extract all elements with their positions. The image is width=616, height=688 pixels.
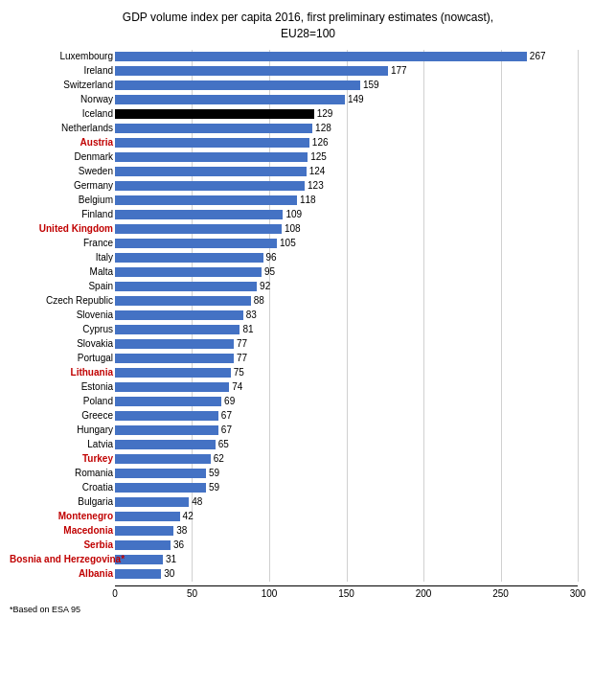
x-tick-label: 0 xyxy=(112,588,118,599)
bar-rect xyxy=(115,296,251,306)
bar-rect xyxy=(115,210,283,219)
bar-value: 77 xyxy=(237,353,247,363)
x-tick-label: 200 xyxy=(416,588,432,599)
bar-value: 38 xyxy=(176,525,187,536)
bar-label: Bosnia and Herzegovina* xyxy=(10,554,113,564)
bar-value: 267 xyxy=(530,51,546,61)
bar-value: 96 xyxy=(266,252,277,263)
bar-value: 62 xyxy=(214,453,224,464)
x-tick-label: 100 xyxy=(262,588,278,599)
bar-label: Slovakia xyxy=(10,338,113,349)
bar-value: 128 xyxy=(315,123,331,133)
bar-rect xyxy=(115,483,206,493)
bar-rect xyxy=(115,80,360,90)
bar-label: Hungary xyxy=(10,424,113,435)
table-row: Hungary67 xyxy=(115,424,578,437)
table-row: Norway149 xyxy=(115,93,578,106)
bar-rect xyxy=(115,109,314,119)
table-row: Slovakia77 xyxy=(115,337,578,351)
bar-value: 75 xyxy=(234,367,244,378)
bar-label: Turkey xyxy=(10,453,113,464)
bar-rect xyxy=(115,339,234,349)
bar-label: Serbia xyxy=(10,539,113,550)
bar-label: Poland xyxy=(10,396,113,406)
bar-value: 118 xyxy=(300,195,316,205)
footnote: *Based on ESA 95 xyxy=(10,605,606,614)
table-row: Spain92 xyxy=(115,280,578,293)
table-row: Luxembourg267 xyxy=(115,50,578,63)
bar-label: Estonia xyxy=(10,381,113,392)
bar-rect xyxy=(115,224,282,234)
bar-rect xyxy=(115,138,309,148)
table-row: Portugal77 xyxy=(115,352,578,365)
bar-label: Albania xyxy=(10,568,113,579)
table-row: Iceland129 xyxy=(115,107,578,121)
bar-label: Slovenia xyxy=(10,310,113,320)
bar-rect xyxy=(115,425,218,435)
bar-value: 65 xyxy=(218,439,229,449)
bar-value: 129 xyxy=(317,108,333,119)
bar-rect xyxy=(115,454,211,464)
bar-rect xyxy=(115,325,240,334)
bar-rect xyxy=(115,411,218,421)
table-row: Denmark125 xyxy=(115,150,578,164)
table-row: Poland69 xyxy=(115,395,578,408)
table-row: Cyprus81 xyxy=(115,323,578,336)
table-row: Latvia65 xyxy=(115,438,578,451)
bar-value: 92 xyxy=(260,281,270,291)
bar-value: 124 xyxy=(309,166,326,176)
bar-rect xyxy=(115,512,180,521)
bar-value: 123 xyxy=(308,180,324,191)
bar-label: Cyprus xyxy=(10,324,113,334)
bar-rect xyxy=(115,181,305,191)
bar-label: Germany xyxy=(10,180,113,191)
bar-value: 59 xyxy=(209,482,219,493)
bar-label: Denmark xyxy=(10,151,113,162)
bar-rect xyxy=(115,397,221,406)
table-row: Italy96 xyxy=(115,251,578,264)
bar-label: Spain xyxy=(10,281,113,291)
table-row: Czech Republic88 xyxy=(115,294,578,308)
bar-label: France xyxy=(10,238,113,248)
bar-value: 81 xyxy=(242,324,253,334)
title-line2: EU28=100 xyxy=(281,27,335,40)
bar-label: Ireland xyxy=(10,65,113,76)
bar-label: Czech Republic xyxy=(10,295,113,306)
bar-label: Luxembourg xyxy=(10,51,113,61)
bar-label: Latvia xyxy=(10,439,113,449)
bar-rect xyxy=(115,95,345,104)
bar-label: Iceland xyxy=(10,108,113,119)
table-row: Turkey62 xyxy=(115,452,578,466)
bar-value: 31 xyxy=(166,554,176,564)
bar-label: United Kingdom xyxy=(10,223,113,234)
bar-rect xyxy=(115,253,263,263)
x-tick-label: 250 xyxy=(492,588,509,599)
bar-label: Finland xyxy=(10,209,113,219)
bar-value: 74 xyxy=(232,381,242,392)
bar-value: 177 xyxy=(391,65,407,76)
table-row: Slovenia83 xyxy=(115,309,578,322)
chart-rows: Luxembourg267Ireland177Switzerland159Nor… xyxy=(115,50,578,582)
bar-label: Bulgaria xyxy=(10,496,113,507)
bar-value: 88 xyxy=(254,295,264,306)
bar-label: Macedonia xyxy=(10,525,113,536)
bar-value: 30 xyxy=(164,568,174,579)
bar-label: Romania xyxy=(10,468,113,478)
table-row: Germany123 xyxy=(115,179,578,193)
bar-value: 67 xyxy=(221,424,232,435)
bar-label: Lithuania xyxy=(10,367,113,378)
table-row: Albania30 xyxy=(115,567,578,581)
bar-rect xyxy=(115,382,229,392)
table-row: Montenegro42 xyxy=(115,510,578,523)
x-tick-label: 150 xyxy=(338,588,354,599)
table-row: Romania59 xyxy=(115,467,578,480)
bar-rect xyxy=(115,497,189,507)
bar-value: 95 xyxy=(264,266,275,277)
bar-rect xyxy=(115,167,307,176)
table-row: Croatia59 xyxy=(115,481,578,494)
bar-rect xyxy=(115,239,277,248)
bar-label: Netherlands xyxy=(10,123,113,133)
bar-rect xyxy=(115,540,171,550)
bar-value: 77 xyxy=(237,338,247,349)
table-row: Lithuania75 xyxy=(115,366,578,379)
